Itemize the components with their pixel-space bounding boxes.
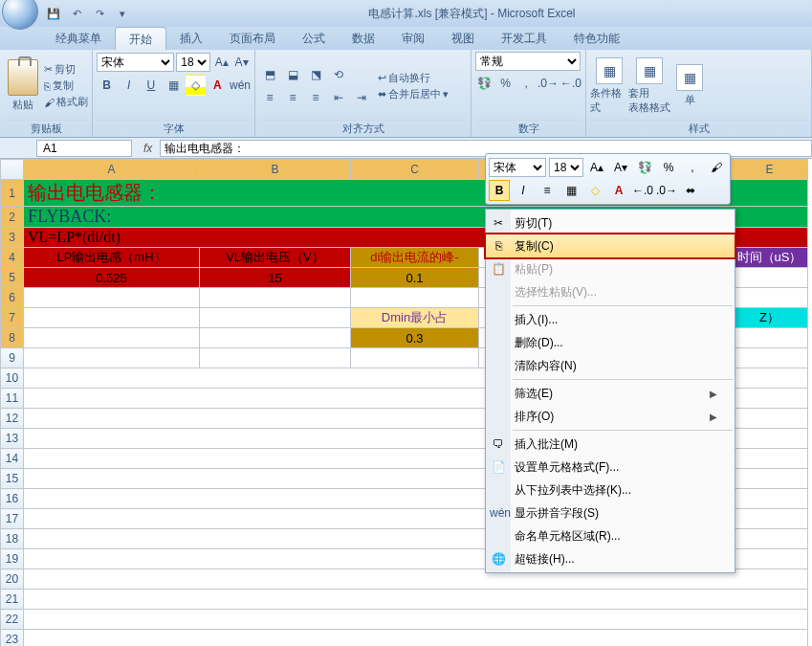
cut-button[interactable]: ✂剪切 [44,62,88,77]
mini-grow-font-icon[interactable]: A▴ [586,157,607,178]
row-header[interactable]: 5 [1,268,24,288]
cell[interactable] [24,610,808,630]
mini-italic-icon[interactable]: I [513,180,534,201]
mini-percent-icon[interactable]: % [658,157,679,178]
shrink-font-icon[interactable]: A▾ [232,52,251,73]
row-header[interactable]: 22 [1,610,24,630]
row-header[interactable]: 3 [1,228,24,248]
row-header[interactable]: 11 [1,389,24,409]
mini-bold-icon[interactable]: B [489,180,510,201]
tab-home[interactable]: 开始 [115,27,166,50]
align-middle-icon[interactable]: ⬓ [282,64,303,85]
cell[interactable] [732,348,808,368]
cell[interactable]: 0.1 [351,268,479,288]
indent-decrease-icon[interactable]: ⇤ [328,87,349,108]
cell[interactable]: VL输出电压（V） [200,248,351,268]
align-bottom-icon[interactable]: ⬔ [305,64,326,85]
fill-color-button[interactable]: ◇ [186,75,206,96]
qat-dropdown-icon[interactable]: ▾ [113,4,132,23]
row-header[interactable]: 9 [1,348,24,368]
indent-increase-icon[interactable]: ⇥ [351,87,372,108]
row-header[interactable]: 16 [1,489,24,509]
decrease-decimal-icon[interactable]: ←.0 [560,73,582,94]
tab-layout[interactable]: 页面布局 [216,27,289,50]
ctx-pick-from-list[interactable]: 从下拉列表中选择(K)... [486,479,735,501]
copy-button[interactable]: ⎘复制 [44,78,88,93]
tab-data[interactable]: 数据 [339,27,388,50]
fx-icon[interactable]: fx [136,142,160,155]
row-header[interactable]: 4 [1,248,24,268]
cell[interactable] [200,348,351,368]
align-top-icon[interactable]: ⬒ [259,64,280,85]
mini-format-painter-icon[interactable]: 🖌 [706,157,727,178]
cell[interactable] [24,308,200,328]
cell[interactable]: 15 [200,268,351,288]
ctx-copy[interactable]: ⎘复制(C) [486,234,735,257]
row-header[interactable]: 19 [1,549,24,569]
row-header[interactable]: 13 [1,429,24,449]
tab-review[interactable]: 审阅 [388,27,438,50]
mini-merge-icon[interactable]: ⬌ [680,180,701,201]
row-header[interactable]: 18 [1,529,24,549]
select-all-corner[interactable] [1,160,24,180]
format-as-table-button[interactable]: ▦套用 表格格式 [630,55,669,118]
comma-icon[interactable]: , [516,73,536,94]
col-header-A[interactable]: A [24,160,200,180]
cell[interactable] [732,268,808,288]
row-header[interactable]: 20 [1,569,24,590]
mini-decrease-decimal-icon[interactable]: ←.0 [632,180,653,201]
mini-increase-decimal-icon[interactable]: .0→ [656,180,677,201]
underline-button[interactable]: U [141,75,161,96]
cell[interactable] [24,590,808,610]
qat-undo-icon[interactable]: ↶ [67,4,86,23]
name-box[interactable]: A1 [36,140,132,157]
ctx-paste[interactable]: 📋粘贴(P) [486,257,735,280]
cell[interactable] [24,348,200,368]
ctx-phonetic[interactable]: wén显示拼音字段(S) [486,501,735,524]
row-header[interactable]: 21 [1,590,24,610]
cell[interactable]: 0.525 [24,268,200,288]
mini-font-color-icon[interactable]: A [608,180,629,201]
font-color-button[interactable]: A [208,75,228,96]
cell[interactable]: Dmin最小占 [351,308,479,328]
col-header-E[interactable]: E [732,160,808,180]
format-painter-button[interactable]: 🖌格式刷 [44,95,88,109]
cell-styles-button[interactable]: ▦单 [670,55,709,118]
col-header-C[interactable]: C [351,160,479,180]
merge-center-button[interactable]: ⬌合并后居中▾ [378,87,449,101]
tab-developer[interactable]: 开发工具 [488,27,560,50]
row-header[interactable]: 1 [1,180,24,207]
font-family-select[interactable]: 宋体 [97,53,174,72]
cell[interactable]: LP输出电感（mH） [24,248,200,268]
row-header[interactable]: 8 [1,328,24,348]
align-right-icon[interactable]: ≡ [305,87,326,108]
mini-fill-color-icon[interactable]: ◇ [584,180,605,201]
cell[interactable] [24,288,200,308]
cell[interactable] [732,288,808,308]
row-header[interactable]: 12 [1,409,24,429]
qat-redo-icon[interactable]: ↷ [90,4,109,23]
ctx-insert-comment[interactable]: 🗨插入批注(M) [486,433,735,456]
mini-currency-icon[interactable]: 💱 [634,157,655,178]
mini-font-select[interactable]: 宋体 [489,158,546,177]
increase-decimal-icon[interactable]: .0→ [538,73,559,94]
mini-align-icon[interactable]: ≡ [537,180,558,201]
italic-button[interactable]: I [119,75,139,96]
col-header-B[interactable]: B [200,160,351,180]
row-header[interactable]: 17 [1,509,24,529]
bold-button[interactable]: B [97,75,117,96]
ctx-format-cells[interactable]: 📄设置单元格格式(F)... [486,456,735,479]
ctx-filter[interactable]: 筛选(E)▶ [486,382,735,405]
ctx-paste-special[interactable]: 选择性粘贴(V)... [486,280,735,303]
tab-insert[interactable]: 插入 [166,27,216,50]
cell[interactable] [351,348,479,368]
currency-icon[interactable]: 💱 [475,73,494,94]
cell[interactable] [732,328,808,348]
row-header[interactable]: 14 [1,449,24,469]
ctx-name-range[interactable]: 命名单元格区域(R)... [486,524,735,547]
align-left-icon[interactable]: ≡ [259,87,280,108]
percent-icon[interactable]: % [496,73,516,94]
row-header[interactable]: 23 [1,630,24,647]
conditional-format-button[interactable]: ▦条件格式 [590,55,628,118]
row-header[interactable]: 10 [1,368,24,389]
